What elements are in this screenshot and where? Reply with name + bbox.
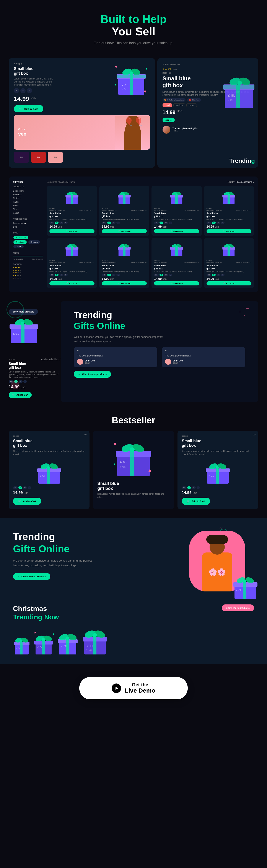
filter-products[interactable]: Products: [13, 193, 43, 196]
card-desc-5: Lorem ipsum is simply dummy text of the …: [50, 271, 94, 273]
add-to-cart-grid-3[interactable]: 🛒 Add to Cart: [154, 229, 199, 233]
svg-text:Y. Gl.: Y. Gl.: [16, 647, 21, 650]
trending-right-panel: ～ × ● Trending Gifts Online With our don…: [61, 301, 258, 402]
xmas-gift-1: Y. Gl.: [13, 635, 30, 655]
christmas-gifts-row: Y. Gl. ★ ◆ Y. Gl.: [13, 626, 254, 655]
rating-1[interactable]: ★★★★★: [13, 277, 43, 279]
filter-shirts[interactable]: Shirts: [13, 204, 43, 208]
rating-4[interactable]: ★★★★★: [13, 269, 43, 271]
rating-2[interactable]: ★★★★★: [13, 274, 43, 276]
card-desc-3: Lorem ipsum is simply dummy text of the …: [154, 218, 199, 220]
detail-gift-image: Y. Gl. Y. Gl.: [221, 71, 258, 114]
rating-5[interactable]: ★★★★★: [13, 267, 43, 269]
trending2-image-area: 🌸🌸 Y. Gl.: [104, 531, 254, 596]
card-tag-1: BOXES: [50, 208, 94, 210]
check-icon: →: [78, 373, 81, 375]
back-to-category[interactable]: ← Back to category: [162, 63, 180, 65]
tag-christmas[interactable]: Christmas: [13, 240, 27, 244]
product-card-5: BOXES Items to number: 17 Items to numbe…: [47, 238, 97, 288]
svg-point-114: [20, 640, 23, 642]
card-tag-7: BOXES: [154, 260, 199, 261]
add-to-cart-grid-2[interactable]: 🛒 Add to Cart: [102, 229, 147, 233]
get-live-demo-button[interactable]: Get the Live Demo: [79, 677, 188, 699]
featured-wishlist[interactable]: Add to wishlist ♡: [41, 358, 61, 361]
tag-colour[interactable]: Colour: [13, 245, 24, 248]
trending-section: Show more products BOXES Add to wishlist…: [0, 297, 267, 407]
author-name-1: John Doe: [85, 360, 95, 362]
card-title-7: Small bluegift box: [154, 264, 199, 270]
check-more-products-button[interactable]: → Check more products: [74, 371, 111, 378]
svg-text:Y. Gl.: Y. Gl.: [119, 465, 125, 468]
wishlist-icon-1[interactable]: ♡: [84, 433, 87, 437]
author-role-1: Client: [85, 362, 95, 364]
svg-text:Y. Gl.: Y. Gl.: [228, 94, 235, 97]
filter-sets[interactable]: Sets: [13, 225, 43, 229]
bs-add-cart-1[interactable]: 🛒 Add to Cart: [13, 498, 41, 505]
bs-sizes-1: XS S M L: [13, 487, 85, 489]
svg-text:Y. Gl.: Y. Gl.: [12, 332, 19, 335]
testimonial-text-1: The best place with gifts: [77, 354, 154, 357]
filter-pants[interactable]: Pants: [13, 200, 43, 204]
trending2-text-area: Trending Gifts Online We offer a compreh…: [13, 531, 95, 580]
tags-group: TAGS Accessories Christmas Dresses Colou…: [13, 232, 43, 249]
attr-occasions: 🎁 Gifts for all occasions: [162, 98, 185, 101]
filter-clothes[interactable]: Clothes: [13, 196, 43, 200]
svg-text:Y. Gl.: Y. Gl.: [61, 645, 67, 648]
card-sizes-6: XS S M L: [102, 274, 147, 276]
cta-section: Get the Live Demo: [0, 664, 267, 708]
size-medium[interactable]: Medium: [173, 103, 185, 107]
card-price-1: 14.99 USD: [50, 225, 94, 228]
add-to-cart-button[interactable]: 🛒 Add to Cart: [14, 105, 43, 113]
hero-title-line2: You Sell: [4, 25, 263, 38]
product-card-2: BOXES Items to number: 17 Items to numbe…: [99, 186, 150, 236]
girl-scene: Gifts: ven 🎈🎈: [14, 115, 150, 150]
bs-title-1: Small bluegift box: [13, 439, 85, 448]
filter-accessories[interactable]: Accessories ▸: [13, 221, 43, 225]
card-desc-2: Lorem ipsum is simply dummy text of the …: [102, 218, 147, 220]
svg-text:Y. Gl.: Y. Gl.: [86, 644, 94, 648]
testimonials-row: " The best place with gifts John Doe Cli…: [74, 347, 245, 367]
add-to-cart-grid-4[interactable]: 🛒 Add to Cart: [207, 229, 251, 233]
svg-point-89: [130, 447, 135, 452]
filter-skirts[interactable]: Skirts: [13, 208, 43, 211]
size-small[interactable]: Small: [162, 103, 172, 107]
card-sizes-8: XS S M L: [207, 274, 251, 276]
add-to-cart-grid-6[interactable]: 🛒 Add to Cart: [102, 281, 147, 285]
trending2-description: We offer a comprehensive gift guide so y…: [13, 558, 95, 568]
add-to-cart-grid-1[interactable]: 🛒 Add to Cart: [50, 229, 94, 233]
svg-rect-30: [123, 195, 125, 204]
add-to-cart-detail-button[interactable]: Add to: [162, 118, 175, 122]
filter-socks[interactable]: Socks: [13, 211, 43, 215]
card-tag-3: BOXES: [154, 208, 199, 210]
featured-title: Small bluegift box: [9, 362, 61, 370]
filter-bestsellers[interactable]: Bestsellers: [13, 189, 43, 193]
bs-desc-2: It is a great way to get people and make…: [97, 492, 170, 499]
trending2-check-more-button[interactable]: → Check more products: [13, 573, 50, 580]
svg-rect-48: [71, 247, 73, 256]
detail-topbar: ← Back to category: [162, 63, 253, 65]
sort-value[interactable]: Price descending: [236, 181, 253, 183]
featured-add-cart[interactable]: 🛒 Add to Cart: [9, 392, 32, 398]
tag-accessories[interactable]: Accessories: [13, 236, 28, 239]
price-slider[interactable]: [13, 256, 43, 256]
svg-rect-79: [47, 468, 50, 484]
card-image-8: [207, 241, 251, 258]
add-to-cart-grid-8[interactable]: 🛒 Add to Cart: [207, 281, 251, 285]
tag-dresses[interactable]: Dresses: [28, 240, 40, 244]
trending-label: Trending: [229, 157, 255, 164]
bs-large-image: Y. Gl. Y. Gl.: [97, 435, 170, 478]
christmas-heading: Christmas Trending Now: [13, 604, 254, 621]
bs-img-3: Y. Gl.: [182, 459, 254, 485]
size-large[interactable]: Larger: [186, 103, 197, 107]
showcase-left-panel: BOXES Small bluegift box Lorem ipsum is …: [9, 58, 155, 167]
trending-left-panel: Show more products BOXES Add to wishlist…: [9, 297, 61, 407]
svg-text:Y. Gl.: Y. Gl.: [236, 589, 241, 591]
add-to-cart-grid-5[interactable]: 🛒 Add to Cart: [50, 281, 94, 285]
add-to-cart-grid-7[interactable]: 🛒 Add to Cart: [154, 281, 199, 285]
christmas-show-more-button[interactable]: Show more products: [222, 604, 254, 611]
price-heading: PRICE: [13, 252, 43, 254]
svg-point-63: [176, 246, 177, 248]
bs-add-cart-3[interactable]: 🛒 Add to Cart: [182, 498, 210, 505]
wishlist-icon-3[interactable]: ♡: [253, 433, 256, 437]
rating-3[interactable]: ★★★★★: [13, 272, 43, 274]
